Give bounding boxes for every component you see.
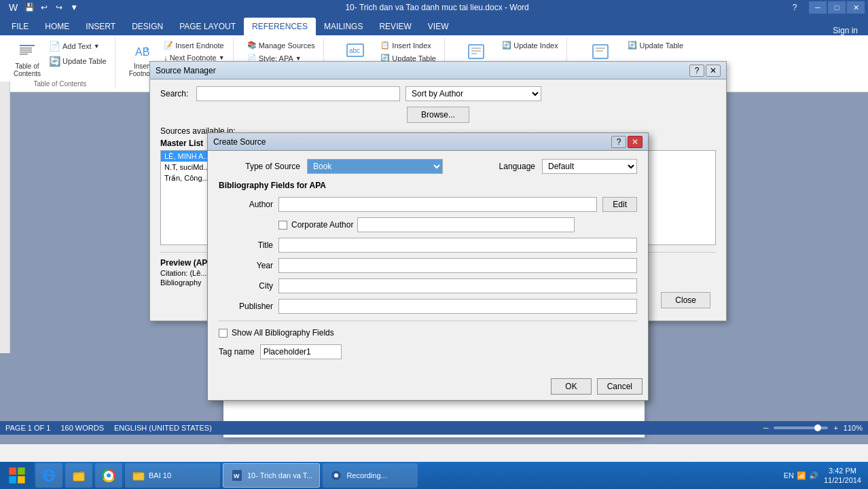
- city-input[interactable]: [278, 278, 637, 293]
- ok-button[interactable]: OK: [551, 378, 591, 395]
- sign-in-link[interactable]: Sign in: [833, 26, 858, 35]
- svg-rect-9: [469, 45, 484, 58]
- toc-button[interactable]: Table ofContents: [11, 39, 43, 79]
- author-input[interactable]: [278, 197, 597, 212]
- zoom-minus-button[interactable]: ─: [763, 424, 769, 432]
- citation-label: Citation:: [160, 269, 189, 277]
- add-text-button[interactable]: 📄 Add Text ▼: [46, 39, 109, 53]
- search-input[interactable]: [196, 86, 400, 101]
- page-count: PAGE 1 OF 1: [5, 424, 50, 432]
- create-source-help-button[interactable]: ?: [611, 136, 626, 148]
- search-row: Search: Sort by Author Sort by Title Sor…: [160, 86, 716, 101]
- add-text-label: Add Text: [62, 42, 92, 50]
- tab-view[interactable]: VIEW: [420, 18, 457, 35]
- ie-icon: [42, 469, 56, 482]
- create-source-close-button[interactable]: ✕: [628, 136, 643, 148]
- edit-author-button[interactable]: Edit: [602, 197, 637, 212]
- taskbar-clock[interactable]: 3:42 PM 11/21/2014: [824, 466, 861, 486]
- tab-mailings[interactable]: MAILINGS: [316, 18, 371, 35]
- next-fn-dropdown[interactable]: ▼: [219, 54, 225, 61]
- taskbar-item-ie[interactable]: [35, 463, 62, 488]
- figures-icon: abc: [344, 41, 366, 62]
- title-row: Title: [219, 238, 637, 253]
- corporate-author-checkbox[interactable]: [278, 221, 287, 230]
- insert-index-button[interactable]: 📋 Insert Index: [378, 39, 439, 51]
- update-toa-button[interactable]: 🔄 Update Table: [625, 39, 686, 51]
- show-all-checkbox[interactable]: [219, 329, 228, 338]
- corporate-author-input[interactable]: [357, 217, 575, 232]
- city-row: City: [219, 278, 637, 293]
- svg-rect-17: [18, 467, 24, 475]
- corporate-author-row: Corporate Author: [278, 217, 637, 232]
- svg-rect-13: [593, 45, 608, 58]
- bibliography-label: Bibliography: [160, 278, 202, 287]
- tab-insert[interactable]: INSERT: [77, 18, 124, 35]
- year-input[interactable]: [278, 258, 637, 273]
- source-manager-close-button[interactable]: Close: [661, 292, 710, 308]
- zoom-slider[interactable]: [774, 427, 828, 429]
- update-toa-label: Update Table: [639, 41, 683, 50]
- zoom-level[interactable]: 110%: [844, 424, 863, 432]
- help-button[interactable]: ?: [789, 1, 801, 14]
- style-dropdown[interactable]: ▼: [295, 55, 302, 62]
- index-label: Insert Index: [392, 41, 431, 50]
- tab-home[interactable]: HOME: [37, 18, 77, 35]
- vertical-ruler: [0, 92, 10, 353]
- tab-review[interactable]: REVIEW: [371, 18, 419, 35]
- lang-indicator[interactable]: EN: [784, 471, 794, 479]
- tab-file[interactable]: FILE: [3, 18, 37, 35]
- svg-rect-19: [18, 476, 24, 484]
- customize-qat-button[interactable]: ▼: [68, 1, 80, 14]
- close-button[interactable]: ✕: [847, 1, 865, 14]
- publisher-row: Publisher: [219, 299, 637, 314]
- taskbar-item-explorer[interactable]: [65, 463, 92, 488]
- create-source-titlebar: Create Source ? ✕: [208, 133, 648, 151]
- undo-button[interactable]: ↩: [38, 1, 50, 14]
- window-title: 10- Trich dan va Tao danh muc tai lieu.d…: [86, 3, 789, 12]
- redo-button[interactable]: ↪: [53, 1, 65, 14]
- cancel-button[interactable]: Cancel: [597, 378, 643, 395]
- taskbar-right: EN 📶 🔊 3:42 PM 11/21/2014: [777, 466, 868, 486]
- toc-icon: [16, 41, 38, 62]
- publisher-input[interactable]: [278, 299, 637, 314]
- browse-button[interactable]: Browse...: [407, 107, 469, 123]
- tab-design[interactable]: DESIGN: [124, 18, 171, 35]
- taskbar-item-bai10[interactable]: BAI 10: [125, 463, 220, 488]
- network-icon: 📶: [797, 471, 806, 480]
- manage-sources-label: Manage Sources: [259, 41, 315, 50]
- start-button[interactable]: [0, 462, 34, 489]
- source-manager-close-button[interactable]: ✕: [706, 65, 721, 77]
- language-status: ENGLISH (UNITED STATES): [114, 424, 212, 432]
- update-table-button[interactable]: 🔄 Update Table: [46, 54, 109, 68]
- taskbar-item-word[interactable]: W 10- Trich dan va T...: [223, 463, 320, 488]
- language-select[interactable]: Default English Vietnamese: [542, 159, 637, 174]
- minimize-button[interactable]: ─: [809, 1, 827, 14]
- add-text-dropdown[interactable]: ▼: [94, 43, 100, 50]
- title-input[interactable]: [278, 238, 637, 253]
- type-select[interactable]: Book Book Section Journal Article Confer…: [307, 159, 443, 174]
- svg-rect-4: [20, 54, 28, 55]
- update-table-icon: 🔄: [49, 56, 60, 67]
- update-toa-icon: 🔄: [628, 41, 637, 50]
- source-manager-help-button[interactable]: ?: [689, 65, 704, 77]
- update-index-button[interactable]: 🔄 Update Index: [499, 39, 560, 51]
- zoom-plus-button[interactable]: +: [833, 424, 837, 432]
- title-label: Title: [219, 240, 273, 250]
- divider: [219, 321, 637, 321]
- clock-date: 11/21/2014: [824, 475, 861, 485]
- tagname-input[interactable]: [260, 344, 342, 359]
- source-manager-title: Source Manager: [156, 66, 216, 75]
- taskbar-item-recording[interactable]: Recording...: [323, 463, 418, 488]
- ribbon-group-toc: Table ofContents 📄 Add Text ▼ 🔄 Update T…: [5, 38, 115, 89]
- word-taskbar-icon: W: [230, 469, 244, 482]
- sort-select[interactable]: Sort by Author Sort by Title Sort by Yea…: [405, 86, 541, 101]
- manage-sources-button[interactable]: 📚 Manage Sources: [245, 39, 318, 51]
- tab-page-layout[interactable]: PAGE LAYOUT: [171, 18, 244, 35]
- maximize-button[interactable]: □: [828, 1, 846, 14]
- save-button[interactable]: 💾: [23, 1, 35, 14]
- insert-endnote-button[interactable]: 📝 Insert Endnote: [161, 39, 228, 51]
- svg-rect-16: [9, 467, 16, 475]
- word-count: 160 WORDS: [60, 424, 104, 432]
- tab-references[interactable]: REFERENCES: [244, 18, 316, 35]
- taskbar-item-chrome[interactable]: [95, 463, 122, 488]
